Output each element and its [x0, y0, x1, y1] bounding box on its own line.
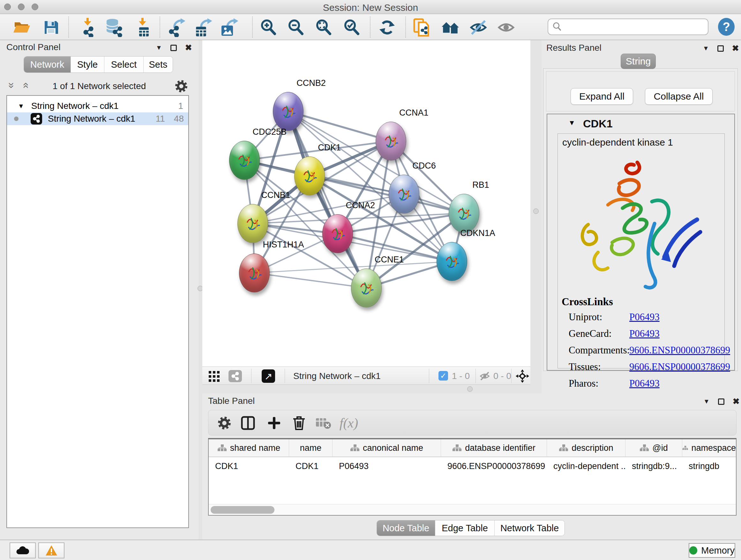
show-columns-icon[interactable] — [239, 415, 257, 431]
crosslink-link[interactable]: P06493 — [629, 311, 660, 323]
hide-selected-button[interactable] — [468, 18, 488, 37]
export-network-button[interactable] — [166, 18, 187, 37]
vertical-splitter-right[interactable] — [530, 40, 542, 393]
tab-style[interactable]: Style — [71, 57, 105, 72]
network-node-ccne1[interactable] — [351, 268, 382, 307]
network-node-ccnb1[interactable] — [238, 204, 268, 243]
float-panel-icon[interactable]: ▼ — [703, 45, 709, 52]
network-view-canvas[interactable]: CCNB2CCNA1CDC25BCDK1CDC6RB1CCNB1CCNA2CDK… — [202, 40, 530, 367]
cell-name[interactable]: CDK1 — [289, 457, 333, 475]
warnings-button[interactable] — [38, 543, 64, 558]
network-node-cdkn1a[interactable] — [436, 242, 467, 281]
cloud-status-button[interactable] — [10, 543, 36, 558]
cell-description[interactable]: cyclin-dependent ... — [547, 457, 625, 475]
maximize-panel-icon[interactable] — [718, 398, 724, 405]
zoom-in-button[interactable] — [258, 18, 279, 37]
close-panel-icon[interactable]: ✖ — [732, 44, 739, 53]
import-table-from-file-button[interactable] — [132, 18, 152, 37]
network-node-cdk1[interactable] — [294, 157, 325, 195]
import-network-from-database-button[interactable] — [104, 18, 124, 37]
export-table-button[interactable] — [193, 18, 214, 37]
tab-sets[interactable]: Sets — [144, 57, 173, 72]
table-options-gear-icon[interactable] — [215, 415, 233, 431]
cell-shared-name[interactable]: CDK1 — [209, 457, 289, 475]
crosslink-link[interactable]: P06493 — [629, 328, 660, 339]
collapse-all-button[interactable]: Collapse All — [645, 88, 713, 105]
column-header-canonical-name[interactable]: canonical name — [333, 439, 441, 456]
float-panel-icon[interactable]: ▼ — [156, 44, 162, 51]
tab-network-table[interactable]: Network Table — [495, 520, 564, 536]
splitter-handle[interactable] — [467, 386, 473, 392]
maximize-panel-icon[interactable] — [171, 45, 177, 51]
maximize-panel-icon[interactable] — [718, 45, 724, 52]
tab-string[interactable]: String — [621, 54, 656, 69]
first-neighbors-button[interactable] — [440, 18, 461, 37]
network-node-cdc25b[interactable] — [229, 141, 260, 180]
scrollbar-thumb[interactable] — [211, 506, 274, 514]
open-in-window-icon[interactable]: ↗ — [262, 369, 275, 383]
control-panel-title: Control Panel — [6, 42, 61, 52]
birdseye-grid-icon[interactable] — [209, 371, 219, 382]
tab-select[interactable]: Select — [105, 57, 144, 72]
tab-node-table[interactable]: Node Table — [377, 520, 435, 536]
zoom-selected-button[interactable] — [341, 18, 362, 37]
crosslink-link[interactable]: 9606.ENSP00000378699 — [629, 361, 730, 373]
tab-network[interactable]: Network — [24, 57, 71, 72]
column-header-name[interactable]: name — [289, 439, 333, 456]
cell-namespace[interactable]: stringdb — [682, 457, 736, 475]
zoom-fit-button[interactable] — [313, 18, 334, 37]
selected-checkbox[interactable]: ✓ — [439, 371, 448, 381]
column-header-id[interactable]: @id — [625, 439, 682, 456]
network-node-hist1h1a[interactable] — [239, 253, 270, 293]
open-session-button[interactable] — [11, 18, 32, 37]
network-node-ccna2[interactable] — [322, 214, 353, 253]
collapse-triangle-icon[interactable]: ▼ — [18, 103, 24, 110]
column-header-shared-name[interactable]: shared name — [209, 439, 289, 456]
fit-content-crosshair-icon[interactable] — [516, 369, 529, 383]
network-edge[interactable] — [254, 273, 366, 288]
expand-all-button[interactable]: Expand All — [570, 88, 633, 105]
network-node-cdc6[interactable] — [389, 175, 419, 213]
network-options-gear-icon[interactable] — [175, 80, 188, 92]
crosslink-link[interactable]: P06493 — [629, 378, 660, 389]
network-node-ccna1[interactable] — [376, 122, 406, 161]
import-network-from-file-button[interactable] — [77, 18, 98, 37]
memory-button[interactable]: Memory — [689, 543, 735, 558]
network-row-selected[interactable]: String Network – cdk1 11 48 — [7, 112, 188, 125]
export-image-button[interactable] — [219, 18, 240, 37]
delete-table-icon[interactable] — [314, 415, 332, 431]
function-builder-icon[interactable]: f(x) — [340, 415, 358, 431]
network-node-ccnb2[interactable] — [273, 92, 304, 131]
apply-preferred-layout-button[interactable] — [377, 18, 397, 37]
save-session-button[interactable] — [41, 18, 61, 37]
column-header-description[interactable]: description — [547, 439, 625, 456]
horizontal-scrollbar[interactable] — [209, 504, 736, 515]
table-row[interactable]: CDK1 CDK1 P06493 9606.ENSP00000378699 cy… — [209, 457, 736, 475]
cell-database-identifier[interactable]: 9606.ENSP00000378699 — [441, 457, 547, 475]
collapse-triangle-icon[interactable]: ▼ — [568, 119, 576, 127]
create-column-plus-icon[interactable] — [265, 415, 283, 431]
string-panel-toggle-icon[interactable] — [228, 370, 242, 382]
tab-edge-table[interactable]: Edge Table — [435, 520, 495, 536]
show-all-button[interactable] — [496, 18, 516, 37]
network-node-rb1[interactable] — [449, 194, 479, 233]
column-header-namespace[interactable]: namespace — [682, 439, 736, 456]
network-edge[interactable] — [288, 111, 366, 288]
delete-column-trash-icon[interactable] — [290, 415, 308, 431]
network-collection-row[interactable]: ▼ String Network – cdk1 1 — [7, 100, 188, 112]
column-header-database-identifier[interactable]: database identifier — [441, 439, 547, 456]
horizontal-splitter[interactable] — [202, 385, 530, 393]
hidden-eye-slash-icon[interactable] — [479, 371, 490, 381]
splitter-handle[interactable] — [533, 208, 539, 214]
cell-canonical-name[interactable]: P06493 — [333, 457, 441, 475]
zoom-out-button[interactable] — [286, 18, 306, 37]
crosslink-link[interactable]: 9606.ENSP00000378699 — [629, 345, 730, 356]
float-panel-icon[interactable]: ▼ — [703, 398, 710, 405]
gene-entry-header[interactable]: ▼ CDK1 — [547, 114, 734, 132]
close-panel-icon[interactable]: ✖ — [733, 396, 740, 407]
clone-network-button[interactable] — [412, 18, 432, 37]
help-button[interactable]: ? — [718, 18, 735, 36]
cell-id[interactable]: stringdb:9... — [625, 457, 682, 475]
close-panel-icon[interactable]: ✖ — [185, 43, 192, 53]
search-input[interactable] — [562, 22, 699, 32]
